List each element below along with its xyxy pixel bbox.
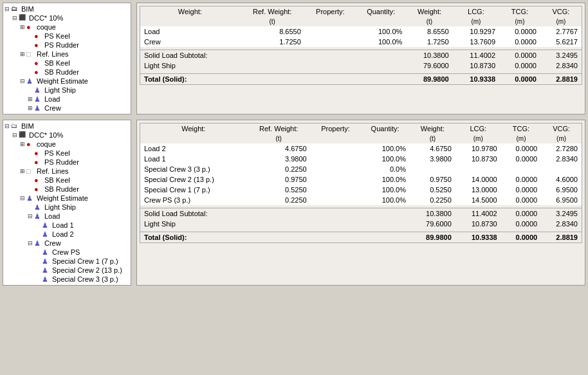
- cell-lcg: 14.0000: [455, 174, 501, 185]
- expand-icon[interactable]: ⊞: [28, 105, 34, 111]
- cell-tcg: 0.0000: [501, 154, 542, 164]
- coque-icon: ●: [26, 23, 35, 31]
- cell-lightship-lcg: 10.8730: [453, 60, 499, 71]
- tree-item-weight-estimate[interactable]: ⊟ ♟ Weight Estimate: [5, 77, 129, 86]
- tree-item-sb-rudder[interactable]: ● SB Rudder: [5, 68, 129, 77]
- cell-subtotal-vcg: 3.2495: [540, 50, 582, 61]
- table-row: Load 1 3.9800 100.0% 3.9800 10.8730 0.00…: [140, 154, 582, 164]
- ps-rudder-icon: ●: [34, 41, 43, 49]
- expand-icon[interactable]: ⊞: [20, 168, 26, 174]
- tree-item-load[interactable]: ⊞ ♟ Load: [5, 95, 129, 104]
- cell-subtotal-label: Solid Load Subtotal:: [140, 50, 240, 61]
- sb-keel-icon: ●: [34, 59, 43, 67]
- col-header-weight: Weight:: [140, 6, 240, 17]
- tree-item-crew2[interactable]: ⊟ ♟ Crew: [5, 239, 129, 248]
- tree-item-sb-keel2[interactable]: ● SB Keel: [5, 176, 129, 185]
- tree-item-crew-ps[interactable]: ♟ Crew PS: [5, 248, 129, 257]
- tree-item-dcc[interactable]: ⊟ ⬛ DCC* 10%: [5, 14, 129, 23]
- expand-icon[interactable]: ⊟: [5, 123, 11, 129]
- tree-item-bim2[interactable]: ⊟ 🗂 BIM: [5, 122, 129, 131]
- col2-header-tcg: TCG:: [501, 123, 542, 134]
- cell-label: Special Crew 3 (3 p.): [140, 164, 247, 174]
- tree-item-load2-item[interactable]: ♟ Load 2: [5, 230, 129, 239]
- cell-lightship-qty: [356, 60, 406, 71]
- col2-header-vcg: VCG:: [541, 123, 582, 134]
- cell-ref-weight: 0.2250: [247, 164, 311, 174]
- expand-icon[interactable]: ⊟: [28, 240, 34, 246]
- load-icon2: ♟: [34, 212, 43, 220]
- cell-weight: 8.6550: [406, 26, 452, 37]
- tree-item-coque[interactable]: ⊞ ● coque: [5, 23, 129, 32]
- tree-item-ref-lines[interactable]: ⊞ □ Ref. Lines: [5, 50, 129, 59]
- cell-property: [305, 26, 356, 37]
- tree-item-ps-keel2[interactable]: ● PS Keel: [5, 149, 129, 158]
- tree-item-ps-rudder2[interactable]: ● PS Rudder: [5, 158, 129, 167]
- cell-total-label: Total (Solid):: [140, 232, 247, 243]
- tree-item-sb-rudder2[interactable]: ● SB Rudder: [5, 185, 129, 194]
- tree-item-sb-keel[interactable]: ● SB Keel: [5, 59, 129, 68]
- cell-vcg: 4.6000: [541, 174, 582, 185]
- expand-icon[interactable]: ⊟: [12, 15, 19, 21]
- tree-item-load1[interactable]: ♟ Load 1: [5, 221, 129, 230]
- tree-item-special-crew-3[interactable]: ♟ Special Crew 3 (3 p.): [5, 275, 129, 284]
- cell-total-weight: 89.9800: [406, 74, 452, 85]
- col-subheader-weight-unit: (t): [406, 17, 452, 26]
- cell-lightship-lcg: 10.8730: [455, 219, 501, 229]
- cell-tcg: 0.0000: [501, 174, 542, 185]
- expand-icon[interactable]: ⊞: [20, 24, 26, 30]
- lightship-row: Light Ship 79.6000 10.8730 0.0000 2.8340: [140, 60, 582, 71]
- tree-item-dcc2[interactable]: ⊟ ⬛ DCC* 10%: [5, 131, 129, 140]
- ps-keel-icon2: ●: [34, 149, 43, 157]
- expand-icon[interactable]: ⊞: [28, 96, 34, 102]
- col2-header-weight2: Weight:: [410, 123, 455, 134]
- tree-item-ref-lines2[interactable]: ⊞ □ Ref. Lines: [5, 167, 129, 176]
- col2-subheader-property: [311, 134, 361, 143]
- cell-tcg: 0.0000: [499, 37, 540, 47]
- cell-vcg: 6.9500: [541, 185, 582, 195]
- col-header-property: Property:: [305, 6, 356, 17]
- weight-estimate-icon2: ♟: [26, 194, 35, 202]
- expand-icon[interactable]: ⊟: [28, 213, 34, 219]
- cell-total-qty: [360, 232, 410, 243]
- cell-ref-weight: 1.7250: [240, 37, 305, 47]
- cell-total-ref: [240, 74, 305, 85]
- expand-icon[interactable]: ⊞: [20, 51, 26, 57]
- expand-icon[interactable]: ⊟: [20, 78, 26, 84]
- col-subheader-quantity: [356, 17, 406, 26]
- tree-item-load2[interactable]: ⊟ ♟ Load: [5, 212, 129, 221]
- tree-item-ps-keel[interactable]: ● PS Keel: [5, 32, 129, 41]
- tree-item-light-ship2[interactable]: ♟ Light Ship: [5, 203, 129, 212]
- tree-item-special-crew-1[interactable]: ♟ Special Crew 1 (7 p.): [5, 257, 129, 266]
- tree-item-coque2[interactable]: ⊞ ● coque: [5, 140, 129, 149]
- cell-lcg: [455, 164, 501, 174]
- subtotal-row: Solid Load Subtotal: 10.3800 11.4002 0.0…: [140, 50, 582, 61]
- cell-ref-weight: 8.6550: [240, 26, 305, 37]
- expand-icon[interactable]: ⊟: [20, 195, 26, 201]
- expand-icon[interactable]: ⊟: [12, 132, 19, 138]
- tree-item-bim[interactable]: ⊟ 🗂 BIM: [5, 5, 129, 14]
- cell-total-ref: [247, 232, 311, 243]
- cell-lightship-ref: [247, 219, 311, 229]
- tree-item-crew[interactable]: ⊞ ♟ Crew: [5, 104, 129, 113]
- cell-subtotal-label: Solid Load Subtotal:: [140, 208, 247, 219]
- col2-header-quantity: Quantity:: [360, 123, 410, 134]
- cell-property: [311, 154, 361, 164]
- tree-item-special-crew-2[interactable]: ♟ Special Crew 2 (13 p.): [5, 266, 129, 275]
- cell-quantity: 0.0%: [360, 164, 410, 174]
- cell-total-qty: [356, 74, 406, 85]
- cell-property: [311, 164, 361, 174]
- expand-icon[interactable]: ⊟: [5, 6, 11, 12]
- expand-icon[interactable]: ⊞: [20, 141, 26, 147]
- cell-label: Crew PS (3 p.): [140, 195, 247, 205]
- cell-subtotal-qty: [360, 208, 410, 219]
- cell-weight: [410, 164, 455, 174]
- tree-item-light-ship[interactable]: ♟ Light Ship: [5, 86, 129, 95]
- special-crew-1-icon: ♟: [42, 257, 51, 265]
- tree-item-ps-rudder[interactable]: ● PS Rudder: [5, 41, 129, 50]
- cell-tcg: 0.0000: [501, 195, 542, 205]
- ref-lines-icon2: □: [26, 167, 35, 175]
- tree-item-weight-estimate2[interactable]: ⊟ ♟ Weight Estimate: [5, 194, 129, 203]
- cell-subtotal-weight: 10.3800: [410, 208, 455, 219]
- cell-lightship-tcg: 0.0000: [499, 60, 540, 71]
- cell-subtotal-tcg: 0.0000: [499, 50, 540, 61]
